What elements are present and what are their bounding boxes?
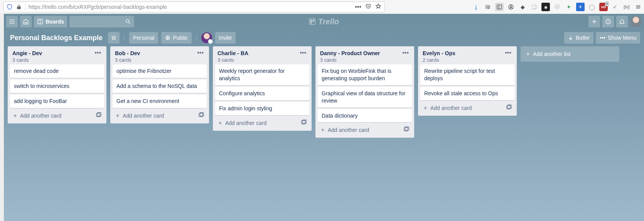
card[interactable]: Rewrite pipeline script for test deploys: [420, 64, 514, 85]
logo-text: Trello: [318, 17, 339, 26]
card[interactable]: Fix bug on WorbleFink that is generating…: [318, 64, 412, 85]
list-title-wrap[interactable]: Bob - Dev3 cards: [115, 50, 196, 63]
extension-square-icon[interactable]: ◉: [541, 3, 550, 11]
browser-chrome: https://trello.com/b/cxRXPgcb/personal-b…: [0, 0, 644, 14]
extension-check-icon[interactable]: ✔: [611, 3, 619, 11]
list-menu-icon[interactable]: •••: [504, 50, 512, 56]
add-list-label: Add another list: [533, 51, 570, 57]
list-card-count: 3 cards: [115, 57, 196, 63]
lock-icon[interactable]: [16, 4, 22, 10]
extension-plus-icon[interactable]: +: [576, 3, 585, 11]
card-template-icon[interactable]: [506, 104, 512, 112]
show-menu-button[interactable]: ••• Show Menu: [596, 32, 640, 44]
add-card-button[interactable]: Add another card: [217, 120, 266, 126]
board-name[interactable]: Personal Backlogs Example: [8, 34, 105, 42]
list: Bob - Dev3 cards•••optimise the Fribnotz…: [110, 46, 209, 123]
card-template-icon[interactable]: [96, 112, 102, 120]
extension-fox-icon[interactable]: ✦: [565, 3, 573, 11]
ublock-icon[interactable]: uO: [599, 3, 608, 11]
extension-cube-icon[interactable]: ◆: [518, 3, 527, 11]
list-footer: Add another card: [318, 124, 412, 135]
svg-point-8: [12, 21, 13, 22]
card[interactable]: Get a new CI environment: [113, 94, 207, 108]
card[interactable]: Revoke all stale access to Ops: [420, 87, 514, 100]
list-menu-icon[interactable]: •••: [401, 50, 410, 56]
svg-point-3: [510, 6, 512, 7]
list-title-wrap[interactable]: Danny - Product Owner3 cards: [320, 50, 401, 63]
notifications-button[interactable]: [616, 16, 628, 27]
list-title-wrap[interactable]: Evelyn - Ops2 cards: [423, 50, 504, 63]
list-menu-icon[interactable]: •••: [196, 50, 204, 56]
card-template-icon[interactable]: [198, 112, 204, 120]
add-card-button[interactable]: Add another card: [320, 127, 369, 133]
url-text[interactable]: https://trello.com/b/cxRXPgcb/personal-b…: [29, 4, 352, 10]
list-header: Angie - Dev3 cards•••: [10, 49, 104, 63]
card-template-icon[interactable]: [301, 119, 307, 127]
list-card-count: 3 cards: [12, 57, 94, 63]
card[interactable]: add logging to FooBar: [10, 94, 104, 108]
card[interactable]: switch to microservices: [10, 79, 104, 93]
trello-logo[interactable]: Trello: [309, 17, 339, 26]
extension-brackets-icon[interactable]: [h/]: [622, 3, 631, 11]
butler-button[interactable]: Butler: [564, 32, 594, 44]
library-icon[interactable]: [484, 3, 492, 11]
home-button[interactable]: [20, 16, 32, 27]
star-board-button[interactable]: [108, 32, 120, 44]
extension-circle-icon[interactable]: ◯: [588, 3, 596, 11]
shield-icon[interactable]: [7, 4, 13, 10]
add-card-button[interactable]: Add another card: [115, 113, 164, 119]
create-button[interactable]: [588, 16, 600, 27]
visibility-pill[interactable]: Public: [161, 32, 191, 44]
card[interactable]: remove dead code: [10, 64, 104, 78]
add-card-button[interactable]: Add another card: [12, 113, 61, 119]
add-card-label: Add another card: [328, 127, 369, 133]
list: Charlie - BA3 cards•••Weekly report gene…: [213, 46, 312, 131]
card[interactable]: Data dictionary: [318, 109, 412, 123]
list-title-wrap[interactable]: Angie - Dev3 cards: [12, 50, 94, 63]
downloads-icon[interactable]: ⭳: [472, 3, 480, 11]
account-icon[interactable]: [507, 3, 515, 11]
list-header: Charlie - BA3 cards•••: [215, 49, 309, 63]
list-menu-icon[interactable]: •••: [299, 50, 307, 56]
search-bar[interactable]: [69, 16, 134, 27]
svg-rect-19: [313, 20, 315, 22]
invite-button[interactable]: Invite: [215, 32, 236, 44]
browser-toolbar-extensions: ⭳ ◆ ❏ ◉ ⓢ ✦ + ◯ uO ✔ [h/]: [472, 0, 642, 14]
svg-rect-18: [310, 20, 312, 24]
info-button[interactable]: [602, 16, 614, 27]
list-title-wrap[interactable]: Charlie - BA3 cards: [217, 50, 299, 63]
separator: [196, 34, 197, 41]
extension-s-icon[interactable]: ⓢ: [553, 3, 561, 11]
svg-point-12: [13, 23, 14, 24]
card[interactable]: Configure analytics: [215, 87, 309, 100]
svg-rect-0: [497, 5, 502, 9]
apps-grid-button[interactable]: [6, 16, 18, 27]
list-name: Angie - Dev: [12, 50, 94, 56]
card[interactable]: Graphical view of data structure for rev…: [318, 87, 412, 108]
page-actions-icon[interactable]: •••: [355, 3, 361, 10]
profile-avatar[interactable]: [630, 16, 642, 27]
hamburger-menu-icon[interactable]: [634, 3, 642, 11]
add-card-label: Add another card: [20, 113, 61, 119]
list: Angie - Dev3 cards•••remove dead codeswi…: [8, 46, 106, 123]
card[interactable]: Fix admin login styling: [215, 102, 309, 115]
boards-button[interactable]: Boards: [34, 16, 67, 27]
list-menu-icon[interactable]: •••: [94, 50, 102, 56]
team-pill[interactable]: Personal: [129, 32, 158, 44]
bookmark-star-icon[interactable]: [375, 3, 381, 11]
card[interactable]: Add a schema to the NoSQL data: [113, 79, 207, 93]
add-card-button[interactable]: Add another card: [423, 105, 472, 111]
card-template-icon[interactable]: [403, 126, 410, 134]
card[interactable]: Weekly report generator for analytics: [215, 64, 309, 85]
invite-label: Invite: [219, 35, 232, 41]
sidebar-icon[interactable]: [495, 3, 504, 11]
show-menu-label: Show Menu: [608, 35, 636, 41]
list-name: Danny - Product Owner: [320, 50, 401, 56]
board-member-avatar[interactable]: [201, 32, 212, 43]
card[interactable]: optimise the Fribnotzer: [113, 64, 207, 78]
url-bar[interactable]: https://trello.com/b/cxRXPgcb/personal-b…: [3, 2, 385, 12]
extension-clipboard-icon[interactable]: ❏: [530, 3, 538, 11]
board-canvas[interactable]: Angie - Dev3 cards•••remove dead codeswi…: [4, 46, 644, 142]
pocket-icon[interactable]: [365, 3, 371, 11]
add-list-button[interactable]: Add another list: [521, 46, 619, 62]
